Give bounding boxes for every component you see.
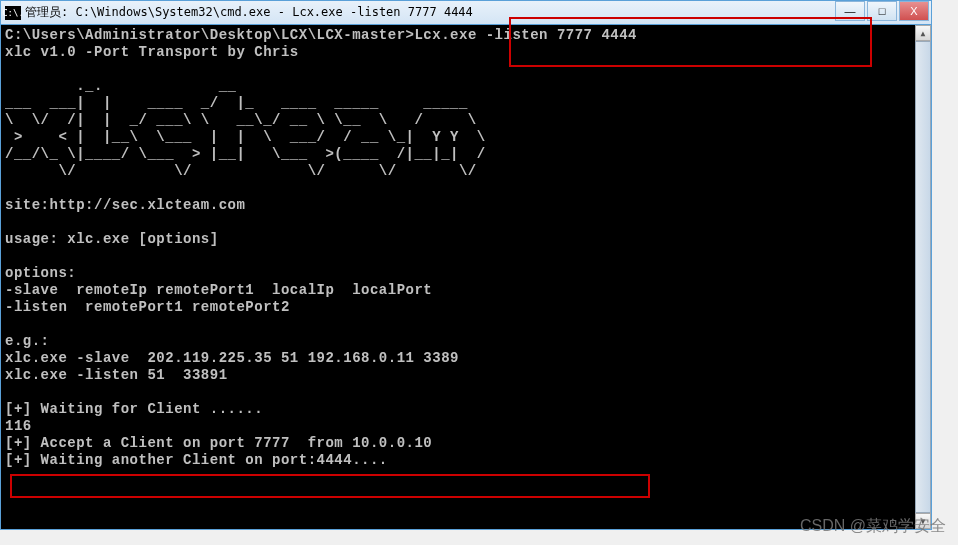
eg-listen-line: xlc.exe -listen 51 33891 bbox=[5, 367, 228, 383]
titlebar[interactable]: C:\. 管理员: C:\Windows\System32\cmd.exe - … bbox=[1, 1, 931, 25]
ascii-art-line: \ \/ /| | _/ ___\ \ __\_/ __ \ \__ \ / \ bbox=[5, 112, 486, 128]
scroll-track[interactable] bbox=[915, 41, 931, 513]
command-text: Lcx.exe -listen 7777 4444 bbox=[414, 27, 637, 43]
cmd-window: C:\. 管理员: C:\Windows\System32\cmd.exe - … bbox=[0, 0, 932, 530]
app-icon: C:\. bbox=[5, 6, 21, 20]
num-line: 116 bbox=[5, 418, 32, 434]
version-line: xlc v1.0 -Port Transport by Chris bbox=[5, 44, 299, 60]
minimize-button[interactable]: — bbox=[835, 1, 865, 21]
waiting-line: [+] Waiting for Client ...... bbox=[5, 401, 263, 417]
eg-header: e.g.: bbox=[5, 333, 50, 349]
ascii-art-line: \/ \/ \/ \/ \/ bbox=[5, 163, 486, 179]
prompt: C:\Users\Administrator\Desktop\LCX\LCX-m… bbox=[5, 27, 414, 43]
ascii-art-line: /__/\_ \|____/ \___ > |__| \___ >(____ /… bbox=[5, 146, 486, 162]
site-line: site:http://sec.xlcteam.com bbox=[5, 197, 245, 213]
option-listen-line: -listen remotePort1 remotePort2 bbox=[5, 299, 290, 315]
accept-line: [+] Accept a Client on port 7777 from 10… bbox=[5, 435, 432, 451]
maximize-button[interactable]: □ bbox=[867, 1, 897, 21]
usage-line: usage: xlc.exe [options] bbox=[5, 231, 219, 247]
ascii-art-line: ._. __ bbox=[5, 78, 477, 94]
waiting2-line: [+] Waiting another Client on port:4444.… bbox=[5, 452, 388, 468]
options-header: options: bbox=[5, 265, 76, 281]
scroll-thumb[interactable] bbox=[915, 41, 931, 513]
option-slave-line: -slave remoteIp remotePort1 localIp loca… bbox=[5, 282, 432, 298]
close-button[interactable]: X bbox=[899, 1, 929, 21]
watermark: CSDN @菜鸡学安全 bbox=[800, 516, 946, 537]
window-title: 管理员: C:\Windows\System32\cmd.exe - Lcx.e… bbox=[25, 4, 834, 21]
terminal-output[interactable]: C:\Users\Administrator\Desktop\LCX\LCX-m… bbox=[1, 25, 931, 529]
window-controls: — □ X bbox=[834, 1, 931, 24]
ascii-art-line: > < | |__\ \___ | | \ ___/ / __ \_| Y Y … bbox=[5, 129, 486, 145]
vertical-scrollbar[interactable]: ▲ ▼ bbox=[915, 25, 931, 529]
ascii-art-line: ___ ___| | ____ _/ |_ ____ _____ _____ bbox=[5, 95, 486, 111]
scroll-up-button[interactable]: ▲ bbox=[915, 25, 931, 41]
eg-slave-line: xlc.exe -slave 202.119.225.35 51 192.168… bbox=[5, 350, 459, 366]
